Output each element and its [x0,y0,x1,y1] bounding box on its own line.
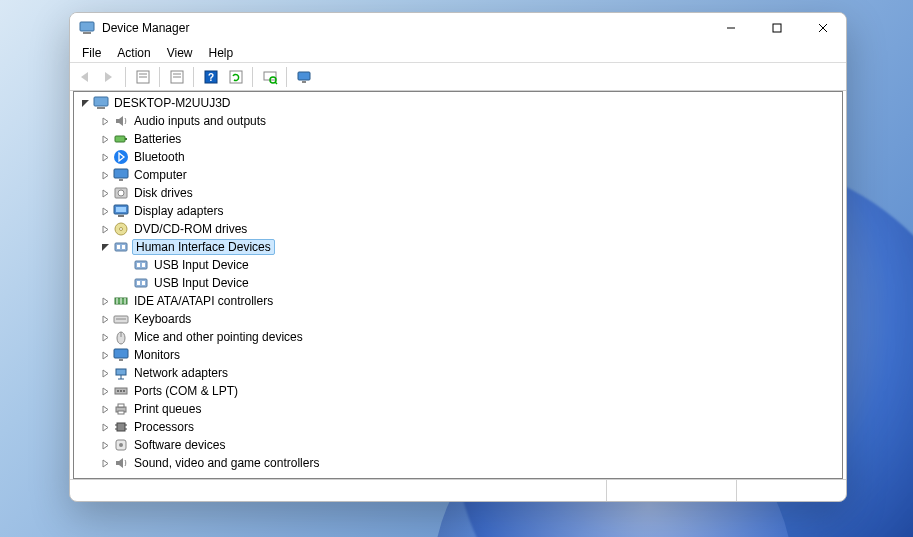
tree-node-label: Mice and other pointing devices [132,330,305,344]
expand-arrow-icon[interactable] [98,168,112,182]
tree-node[interactable]: Display adapters [74,202,842,220]
tree-node[interactable]: DVD/CD-ROM drives [74,220,842,238]
expand-arrow-icon [118,276,132,290]
software-icon [113,437,129,453]
cpu-icon [113,419,129,435]
tree-node-label: DESKTOP-M2UUJ3D [112,96,232,110]
expand-arrow-icon[interactable] [98,420,112,434]
collapse-arrow-icon[interactable] [78,96,92,110]
tree-node[interactable]: USB Input Device [74,256,842,274]
tree-node-label: USB Input Device [152,258,251,272]
tree-node[interactable]: USB Input Device [74,274,842,292]
expand-arrow-icon[interactable] [98,456,112,470]
maximize-button[interactable] [754,13,800,43]
expand-arrow-icon[interactable] [98,384,112,398]
tree-node-label: Audio inputs and outputs [132,114,268,128]
tree-node-label: Bluetooth [132,150,187,164]
tree-node[interactable]: Processors [74,418,842,436]
refresh-icon [228,69,244,85]
port-icon [113,383,129,399]
monitor-icon [113,347,129,363]
device-tree[interactable]: DESKTOP-M2UUJ3DAudio inputs and outputsB… [73,91,843,479]
hid-icon [133,257,149,273]
tree-node-label: Ports (COM & LPT) [132,384,240,398]
expand-arrow-icon[interactable] [98,330,112,344]
tree-node-label: Software devices [132,438,227,452]
expand-arrow-icon[interactable] [98,348,112,362]
monitor-icon [113,167,129,183]
expand-arrow-icon[interactable] [98,186,112,200]
tree-node-label: Disk drives [132,186,195,200]
bluetooth-icon [113,149,129,165]
cd-icon [113,221,129,237]
toolbar [70,63,846,91]
tree-node-label: Display adapters [132,204,225,218]
tree-node[interactable]: DESKTOP-M2UUJ3D [74,94,842,112]
expand-arrow-icon[interactable] [98,402,112,416]
tree-node-label: Human Interface Devices [132,239,275,255]
minimize-button[interactable] [708,13,754,43]
nav-back-button[interactable] [72,66,95,88]
tree-node[interactable]: Software devices [74,436,842,454]
disk-icon [113,185,129,201]
tree-node-label: Processors [132,420,196,434]
tree-node-label: Keyboards [132,312,193,326]
tree-node[interactable]: Keyboards [74,310,842,328]
tree-node[interactable]: Print queues [74,400,842,418]
tree-node[interactable]: Mice and other pointing devices [74,328,842,346]
network-icon [113,365,129,381]
nav-forward-button[interactable] [97,66,120,88]
expand-arrow-icon[interactable] [98,312,112,326]
tree-node[interactable]: Computer [74,166,842,184]
scan-hardware-button[interactable] [258,66,281,88]
keyboard-icon [113,311,129,327]
printer-icon [113,401,129,417]
menu-action[interactable]: Action [109,45,158,61]
tree-node-label: Network adapters [132,366,230,380]
menu-help[interactable]: Help [201,45,242,61]
update-driver-button[interactable] [224,66,247,88]
titlebar[interactable]: Device Manager [70,13,846,43]
tree-icon [135,69,151,85]
tree-node[interactable]: Batteries [74,130,842,148]
tree-node[interactable]: Sound, video and game controllers [74,454,842,472]
menu-file[interactable]: File [74,45,109,61]
expand-arrow-icon[interactable] [98,114,112,128]
tree-node[interactable]: Ports (COM & LPT) [74,382,842,400]
svg-rect-54 [773,24,781,32]
expand-arrow-icon[interactable] [98,132,112,146]
tree-node[interactable]: Network adapters [74,364,842,382]
battery-icon [113,131,129,147]
device-manager-window: Device Manager File Action View Help DES… [69,12,847,502]
collapse-arrow-icon[interactable] [98,240,112,254]
properties-button[interactable] [165,66,188,88]
menu-view[interactable]: View [159,45,201,61]
help-button[interactable] [199,66,222,88]
tree-node[interactable]: Human Interface Devices [74,238,842,256]
hid-icon [113,239,129,255]
expand-arrow-icon[interactable] [98,438,112,452]
expand-arrow-icon[interactable] [98,222,112,236]
expand-arrow-icon[interactable] [98,150,112,164]
show-hide-tree-button[interactable] [131,66,154,88]
tree-node[interactable]: Monitors [74,346,842,364]
menubar: File Action View Help [70,43,846,63]
audio-icon [113,455,129,471]
tree-node[interactable]: Disk drives [74,184,842,202]
tree-node[interactable]: Audio inputs and outputs [74,112,842,130]
expand-arrow-icon [118,258,132,272]
expand-arrow-icon[interactable] [98,366,112,380]
expand-arrow-icon[interactable] [98,204,112,218]
tree-node-label: Print queues [132,402,203,416]
tree-node-label: Sound, video and game controllers [132,456,321,470]
hid-icon [133,275,149,291]
add-legacy-hardware-button[interactable] [292,66,315,88]
scan-icon [262,69,278,85]
tree-node[interactable]: Bluetooth [74,148,842,166]
close-button[interactable] [800,13,846,43]
tree-node-label: DVD/CD-ROM drives [132,222,249,236]
ide-icon [113,293,129,309]
expand-arrow-icon[interactable] [98,294,112,308]
tree-node[interactable]: IDE ATA/ATAPI controllers [74,292,842,310]
window-title: Device Manager [102,21,189,35]
